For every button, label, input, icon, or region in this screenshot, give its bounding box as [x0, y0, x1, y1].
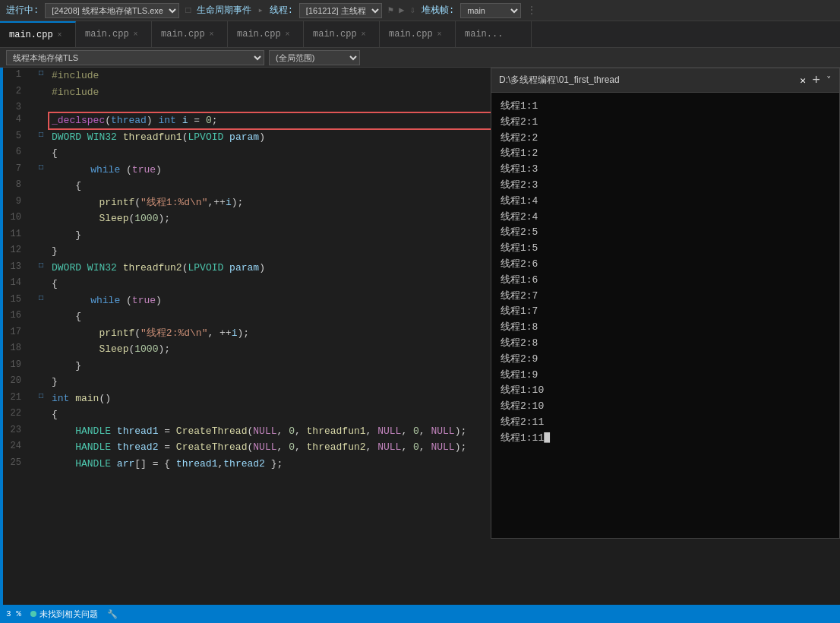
terminal-line: 线程1:6 [501, 273, 830, 289]
fold-indicator [33, 341, 49, 358]
tools-icon: 🔧 [107, 609, 118, 619]
line-number: 24 [3, 439, 33, 456]
fold-indicator[interactable]: □ [33, 391, 49, 407]
tab-1[interactable]: main.cpp × [76, 21, 152, 47]
line-number: 6 [3, 145, 33, 162]
line-number: 2 [3, 84, 33, 101]
thread-select[interactable]: [161212] 主线程 [299, 3, 382, 18]
fold-indicator[interactable]: □ [33, 162, 49, 179]
toolbar-sep-1: □ [185, 5, 191, 16]
tab-6-label: main... [465, 29, 503, 40]
terminal-close-button[interactable]: ✕ [800, 74, 806, 87]
line-number: 1 [3, 68, 33, 84]
tab-3-label: main.cpp [237, 29, 281, 40]
toolbar-icons: ⚑ ▶ ⇩ [388, 5, 415, 16]
line-number: 21 [3, 391, 33, 407]
fold-indicator[interactable]: □ [33, 129, 49, 146]
terminal-line: 线程2:6 [501, 257, 830, 273]
fold-indicator [33, 406, 49, 423]
line-number: 25 [3, 456, 33, 473]
terminal-line: 线程1:8 [501, 320, 830, 336]
terminal-line: 线程2:7 [501, 289, 830, 305]
tab-6[interactable]: main... [456, 21, 532, 47]
fold-indicator [33, 439, 49, 456]
line-number: 23 [3, 423, 33, 440]
tab-3[interactable]: main.cpp × [228, 21, 304, 47]
fold-indicator[interactable]: □ [33, 260, 49, 277]
line-number: 19 [3, 358, 33, 375]
fold-indicator [33, 100, 49, 112]
line-number: 7 [3, 162, 33, 179]
fold-indicator [33, 276, 49, 293]
line-number: 15 [3, 293, 33, 309]
tab-2[interactable]: main.cpp × [152, 21, 228, 47]
tab-0-close[interactable]: × [58, 31, 62, 40]
error-label: 未找到相关问题 [39, 609, 98, 620]
toolbar-expand: ⋮ [527, 5, 536, 16]
fold-indicator [33, 374, 49, 391]
status-dot-icon [30, 611, 36, 617]
terminal-line: 线程1:4 [501, 194, 830, 210]
fold-indicator[interactable]: □ [33, 68, 49, 84]
terminal-line: 线程2:2 [501, 131, 830, 147]
fold-indicator [33, 112, 49, 129]
scope-select[interactable]: (全局范围) [269, 50, 360, 65]
filepath-bar: 线程本地存储TLS (全局范围) [0, 48, 840, 68]
terminal-line: 线程2:1 [501, 115, 830, 131]
terminal-chevron-button[interactable]: ˅ [826, 74, 832, 87]
line-number: 9 [3, 194, 33, 211]
stack-select[interactable]: main [460, 3, 521, 18]
editor-area: 1□#include2#include34_declspec(thread) i… [0, 68, 840, 605]
terminal-line: 线程2:10 [501, 399, 830, 415]
fold-indicator [33, 243, 49, 260]
tab-5[interactable]: main.cpp × [380, 21, 456, 47]
line-number: 8 [3, 178, 33, 194]
tabbar: main.cpp × main.cpp × main.cpp × main.cp… [0, 21, 840, 48]
line-number: 13 [3, 260, 33, 277]
toolbar-sep-2: ▸ [257, 5, 263, 16]
statusbar: 3 % 未找到相关问题 🔧 [0, 605, 840, 623]
process-select[interactable]: [24208] 线程本地存储TLS.exe [45, 3, 179, 18]
tab-5-close[interactable]: × [437, 30, 442, 39]
line-number: 12 [3, 243, 33, 260]
line-number: 4 [3, 112, 33, 129]
fold-indicator[interactable]: □ [33, 293, 49, 309]
fold-indicator [33, 84, 49, 101]
tab-2-close[interactable]: × [210, 30, 214, 39]
tab-4-close[interactable]: × [362, 30, 366, 39]
terminal-line: 线程2:5 [501, 225, 830, 241]
terminal-line: 线程1:11 [501, 431, 830, 447]
terminal-line: 线程1:7 [501, 304, 830, 320]
tab-0-label: main.cpp [9, 30, 53, 40]
terminal-title: D:\多线程编程\01_first_thread [499, 74, 794, 87]
toolbar: 进行中: [24208] 线程本地存储TLS.exe □ 生命周期事件 ▸ 线程… [0, 0, 840, 21]
terminal-line: 线程1:10 [501, 383, 830, 399]
terminal-line: 线程2:3 [501, 178, 830, 194]
terminal-line: 线程1:2 [501, 146, 830, 162]
terminal-body[interactable]: 线程1:1线程2:1线程2:2线程1:2线程1:3线程2:3线程1:4线程2:4… [491, 93, 839, 538]
terminal-line: 线程1:3 [501, 162, 830, 178]
terminal-line: 线程2:4 [501, 210, 830, 226]
line-number: 11 [3, 227, 33, 244]
fold-indicator [33, 210, 49, 227]
fold-indicator [33, 178, 49, 194]
process-label: 进行中: [6, 4, 39, 17]
fold-indicator [33, 308, 49, 325]
tab-5-label: main.cpp [389, 29, 433, 40]
terminal-line: 线程2:8 [501, 336, 830, 352]
filepath-select[interactable]: 线程本地存储TLS [6, 50, 264, 65]
line-number: 14 [3, 276, 33, 293]
fold-indicator [33, 358, 49, 375]
tab-0[interactable]: main.cpp × [0, 21, 76, 47]
zoom-label: 3 % [6, 609, 21, 618]
line-number: 22 [3, 406, 33, 423]
terminal-add-button[interactable]: + [812, 74, 820, 87]
terminal-line: 线程1:5 [501, 241, 830, 257]
tab-3-close[interactable]: × [286, 30, 290, 39]
tab-4[interactable]: main.cpp × [304, 21, 380, 47]
status-zoom: 3 % [6, 609, 21, 618]
status-tools[interactable]: 🔧 [107, 609, 118, 619]
line-number: 3 [3, 100, 33, 112]
tab-1-close[interactable]: × [134, 30, 138, 39]
fold-indicator [33, 325, 49, 342]
